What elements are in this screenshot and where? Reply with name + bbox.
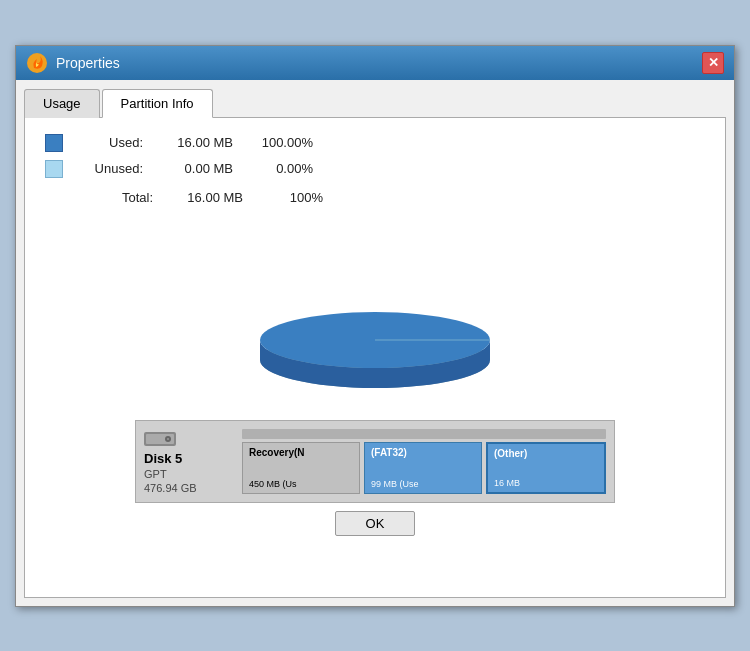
partition-area: Recovery(N 450 MB (Us (FAT32) 99 MB (Use… <box>242 429 606 494</box>
used-percent: 100.00% <box>243 135 313 150</box>
partition-sub-2: 16 MB <box>494 478 598 488</box>
total-label: Total: <box>83 190 153 205</box>
ok-button[interactable]: OK <box>335 511 415 536</box>
partition-sub-0: 450 MB (Us <box>249 479 353 489</box>
legend-unused-row: Unused: 0.00 MB 0.00% <box>45 160 705 178</box>
partition-top-bar <box>242 429 606 439</box>
used-value: 16.00 MB <box>153 135 233 150</box>
tab-partition-info[interactable]: Partition Info <box>102 89 213 118</box>
disk-label-icon <box>144 429 176 449</box>
tab-usage[interactable]: Usage <box>24 89 100 118</box>
svg-point-7 <box>167 438 169 440</box>
total-row: Total: 16.00 MB 100% <box>45 190 705 205</box>
disk-label: Disk 5 GPT 476.94 GB <box>144 429 234 494</box>
dialog-body: Usage Partition Info Used: 16.00 MB 100.… <box>16 80 734 606</box>
partition-name-0: Recovery(N <box>249 447 353 458</box>
partition-slot-recovery[interactable]: Recovery(N 450 MB (Us <box>242 442 360 494</box>
partition-sub-1: 99 MB (Use <box>371 479 475 489</box>
unused-percent: 0.00% <box>243 161 313 176</box>
tab-content: Used: 16.00 MB 100.00% Unused: 0.00 MB 0… <box>24 118 726 598</box>
total-percent: 100% <box>253 190 323 205</box>
used-color-swatch <box>45 134 63 152</box>
partition-slots: Recovery(N 450 MB (Us (FAT32) 99 MB (Use… <box>242 442 606 494</box>
disk-name: Disk 5 <box>144 451 182 466</box>
tabs-container: Usage Partition Info <box>24 88 726 118</box>
used-label: Used: <box>73 135 143 150</box>
dialog-title: Properties <box>56 55 702 71</box>
disk-type: GPT <box>144 468 167 480</box>
unused-color-swatch <box>45 160 63 178</box>
partition-slot-fat32[interactable]: (FAT32) 99 MB (Use <box>364 442 482 494</box>
app-icon <box>26 52 48 74</box>
partition-slot-other[interactable]: (Other) 16 MB <box>486 442 606 494</box>
unused-label: Unused: <box>73 161 143 176</box>
disk-size: 476.94 GB <box>144 482 197 494</box>
pie-chart <box>225 225 525 395</box>
properties-dialog: Properties ✕ Usage Partition Info Used: … <box>15 45 735 607</box>
ok-btn-row: OK <box>45 503 705 540</box>
total-value: 16.00 MB <box>163 190 243 205</box>
title-bar: Properties ✕ <box>16 46 734 80</box>
chart-area <box>45 225 705 395</box>
disk-info-bar: Disk 5 GPT 476.94 GB Recovery(N 450 MB (… <box>135 420 615 503</box>
legend-used-row: Used: 16.00 MB 100.00% <box>45 134 705 152</box>
close-button[interactable]: ✕ <box>702 52 724 74</box>
unused-value: 0.00 MB <box>153 161 233 176</box>
partition-name-2: (Other) <box>494 448 598 459</box>
hdd-icon <box>144 429 176 449</box>
legend: Used: 16.00 MB 100.00% Unused: 0.00 MB 0… <box>45 134 705 178</box>
partition-name-1: (FAT32) <box>371 447 475 458</box>
